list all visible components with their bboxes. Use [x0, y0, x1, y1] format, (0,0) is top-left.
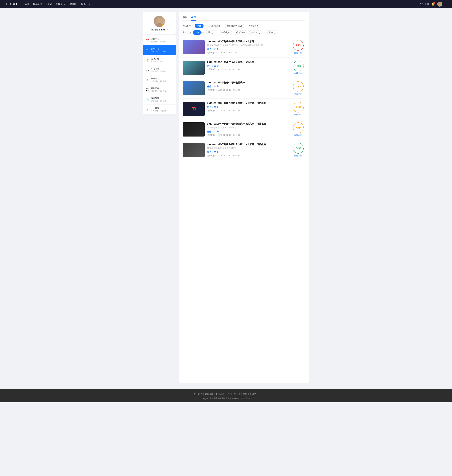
nav-link-courses[interactable]: 发现课程	[33, 3, 42, 6]
exam-detail-link[interactable]: 查看详情 ›	[294, 93, 303, 95]
filter-status-all[interactable]: 全部	[193, 30, 201, 35]
filter-type-paid[interactable]: 付费批卷(6)	[246, 24, 261, 28]
exam-detail-link[interactable]: 查看详情 ›	[294, 113, 303, 116]
exam-desc: 2018年行测考试是最值得多去研究 2018年行测考试是最值得多去研究 2018…	[207, 44, 267, 47]
tab-exam[interactable]: 考试	[191, 16, 196, 20]
exam-right: 待批阅 查看详情 ›	[291, 102, 306, 116]
exam-title: 2017–2018年行测证件考试全国统一（北京卷）	[207, 61, 289, 64]
status-text: 待批阅	[296, 106, 301, 109]
nav-link-home[interactable]: 首页	[25, 3, 29, 6]
filter-status-reviewed[interactable]: 已批阅(2)	[264, 30, 278, 35]
time-label: 考试时间：	[207, 89, 217, 91]
exam-title: 2017–2018年行测证件考试全国统一	[207, 81, 289, 84]
time-label: 考试时间：	[207, 109, 217, 112]
messages-icon: 💭	[146, 88, 149, 91]
certificates-icon: 🏆	[146, 59, 149, 61]
status-text: 已通过	[296, 65, 301, 67]
status-text: 已批阅	[296, 147, 301, 150]
exam-desc: 2018年行测考试是最值得多去研究	[207, 126, 267, 129]
footer-link-sitemap[interactable]: 网站地图	[216, 393, 224, 395]
exam-time: 考试时间： 2019-05-03 10:09:09	[207, 51, 289, 54]
sidebar-item-account[interactable]: ♦ 账户中心 个人权益、实时掌握	[143, 75, 176, 85]
orders-icon: 📄	[146, 98, 149, 101]
certificates-sub: 收获荣誉，持证上岗	[151, 60, 173, 63]
sidebar-item-orders[interactable]: 📄 订单管理 订单支出、明明白白	[143, 95, 176, 105]
score-value: 99	[214, 65, 216, 67]
account-sub: 个人权益、实时掌握	[151, 80, 173, 82]
sidebar-item-messages[interactable]: 💭 我的消息 消息通知、及时了解	[143, 85, 176, 95]
sidebar-item-qa[interactable]: 💬 学习问答 课后重温，疑难解答	[143, 65, 176, 75]
nav-link-more[interactable]: ...	[89, 3, 91, 6]
footer-link-disclaimer[interactable]: 免责声明	[239, 393, 247, 395]
time-value: 2019-05-03 10：09：09	[218, 134, 240, 136]
settings-text: 个人设置 个人信息、一键管理	[151, 107, 173, 112]
nav-link-open[interactable]: 公开课	[46, 3, 52, 6]
footer-link-about[interactable]: 关于我们	[194, 393, 202, 395]
filter-status-pending[interactable]: 待考试(2)	[234, 30, 247, 35]
filter-status-reviewing[interactable]: 待批阅(2)	[249, 30, 262, 35]
exam-info: 2017–2018年行测证件考试全国统一（北京卷）付费批卷 2018年行测考试是…	[207, 122, 289, 136]
sidebar: 🏅 Natalie Smith ✎ 📅 课程中心 精彩课程，不容错过 ☰ 题库中…	[143, 12, 176, 383]
account-icon: ♦	[146, 78, 149, 81]
filter-status-passed[interactable]: 已通过(2)	[203, 30, 217, 35]
exam-detail-link[interactable]: 查看详情 ›	[294, 134, 303, 136]
nav-link-qa[interactable]: 问答社区	[69, 3, 77, 6]
filter-type-all[interactable]: 全部	[195, 24, 204, 28]
exam-status-badge: 已通过	[293, 61, 304, 71]
sidebar-item-settings[interactable]: ⚙ 个人设置 个人信息、一键管理	[143, 105, 176, 114]
sidebar-item-certificates[interactable]: 🏆 证书荣誉 收获荣誉，持证上岗	[143, 55, 176, 65]
username-text: Natalie Smith	[151, 28, 166, 31]
tab-question-bank[interactable]: 题库	[183, 16, 187, 20]
exam-status-badge: 待批阅	[293, 122, 304, 133]
orders-text: 订单管理 订单支出、明明白白	[151, 97, 173, 102]
exam-info: 2017–2018年行测证件考试全国统一（北京卷）付费批卷 2018年行测考试是…	[207, 143, 289, 157]
exam-time: 考试时间： 2019-05-03 10：09：09	[207, 88, 289, 91]
notification-bell[interactable]: 🔔 1	[431, 2, 435, 6]
exam-detail-link[interactable]: 查看详情 ›	[294, 52, 303, 54]
user-avatar[interactable]	[437, 2, 442, 7]
filter-type-random[interactable]: 随机抽题考试(5)	[225, 24, 244, 28]
qa-text: 学习问答 课后重温，疑难解答	[151, 67, 173, 73]
avatar-image	[437, 2, 442, 7]
exam-item: 2017–2018年行测证件考试全国统一（北京卷）付费批卷 得分： 25 分 考…	[183, 99, 306, 119]
status-text: 待考试	[296, 85, 301, 88]
exam-right: 已通过 查看详情 ›	[291, 61, 306, 75]
exam-right: 待考试 查看详情 ›	[291, 81, 306, 95]
exam-thumbnail	[183, 40, 205, 54]
chevron-right-icon: ›	[302, 114, 303, 116]
exam-thumbnail	[183, 102, 205, 116]
exam-status-badge: 待考试	[293, 81, 304, 92]
exam-score: 得分： 25 分	[207, 151, 289, 154]
sidebar-item-course-center[interactable]: 📅 课程中心 精彩课程，不容错过	[143, 35, 176, 45]
score-unit: 分	[217, 65, 219, 67]
footer-link-recruit[interactable]: 招贤纳士	[250, 393, 258, 395]
settings-sub: 个人信息、一键管理	[151, 110, 173, 112]
user-dropdown-arrow[interactable]: ▾	[445, 3, 446, 5]
main-layout: 🏅 Natalie Smith ✎ 📅 课程中心 精彩课程，不容错过 ☰ 题库中…	[143, 8, 309, 389]
score-unit: 分	[217, 48, 219, 50]
nav-link-bank[interactable]: 题库	[81, 3, 86, 6]
question-bank-icon: ☰	[146, 49, 149, 52]
exam-right: 已批阅 查看详情 ›	[291, 143, 306, 157]
score-label: 得分：	[207, 48, 213, 50]
exam-detail-link[interactable]: 查看详情 ›	[294, 154, 303, 157]
status-text: 待批阅	[296, 126, 301, 129]
filter-status-failed[interactable]: 未通过(2)	[219, 30, 232, 35]
footer-link-partners[interactable]: 合作伙伴	[228, 393, 236, 395]
footer-link-franchise[interactable]: 加盟代理	[205, 393, 213, 395]
exam-thumbnail	[183, 61, 205, 75]
score-unit: 分	[217, 106, 219, 108]
sidebar-item-question-bank[interactable]: ☰ 题库中心 海量习题，助力通关	[143, 45, 176, 55]
edit-profile-icon[interactable]: ✎	[166, 29, 168, 31]
nav-link-news[interactable]: 新闻资讯	[56, 3, 65, 6]
exam-detail-link[interactable]: 查看详情 ›	[294, 72, 303, 75]
exam-status-badge: 已批阅	[293, 143, 304, 154]
time-value: 2019-05-03 10：09：09	[218, 109, 240, 112]
app-download[interactable]: APP下载	[420, 3, 429, 6]
score-unit: 分	[217, 130, 219, 133]
filter-type-cert[interactable]: 证书类考试(4)	[206, 24, 223, 28]
exam-score: 得分： 99 分	[207, 130, 289, 133]
score-label: 得分：	[207, 151, 213, 153]
exam-right: 待批阅 查看详情 ›	[291, 122, 306, 136]
course-center-text: 课程中心 精彩课程，不容错过	[151, 38, 173, 43]
